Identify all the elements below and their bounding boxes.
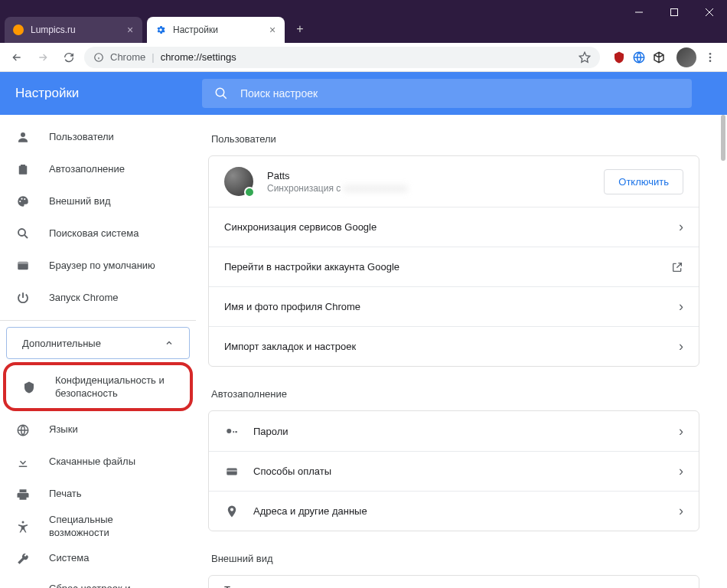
chevron-right-icon: › <box>679 338 683 354</box>
star-icon[interactable] <box>579 51 591 64</box>
globe-ext-icon[interactable] <box>631 49 647 66</box>
info-icon <box>93 52 104 63</box>
palette-icon <box>15 194 31 208</box>
settings-search[interactable] <box>202 79 692 108</box>
window-controls <box>621 0 727 24</box>
close-icon[interactable]: × <box>124 24 136 36</box>
row-passwords[interactable]: Пароли › <box>209 411 699 451</box>
row-sync-services[interactable]: Синхронизация сервисов Google › <box>209 207 699 247</box>
chevron-right-icon: › <box>679 299 683 315</box>
profile-avatar[interactable] <box>676 47 696 67</box>
card-icon <box>224 465 240 479</box>
sidebar-item-system[interactable]: Система <box>0 543 187 575</box>
address-bar[interactable]: Chrome | chrome://settings <box>84 47 600 68</box>
sidebar-item-users[interactable]: Пользователи <box>0 121 187 153</box>
svg-rect-21 <box>18 262 28 264</box>
chevron-right-icon: › <box>679 423 683 439</box>
card-autofill: Пароли › Способы оплаты › Адреса и други… <box>208 410 699 531</box>
svg-point-12 <box>216 88 224 96</box>
sidebar-item-search-engine[interactable]: Поисковая система <box>0 217 187 250</box>
scrollbar[interactable] <box>721 115 725 161</box>
forward-button[interactable] <box>32 47 54 68</box>
sidebar-advanced-toggle[interactable]: Дополнительные <box>6 327 190 359</box>
chevron-right-icon: › <box>679 503 683 519</box>
window-titlebar: Lumpics.ru × Настройки × + <box>0 0 727 43</box>
back-button[interactable] <box>6 47 28 68</box>
cube-ext-icon[interactable] <box>650 49 667 66</box>
shield-icon <box>21 381 37 394</box>
sync-badge-icon <box>244 187 255 198</box>
sidebar-item-downloads[interactable]: Скачанные файлы <box>0 446 187 479</box>
row-themes[interactable]: Темы Открыть Интернет-магазин Chrome <box>209 576 699 588</box>
browser-toolbar: Chrome | chrome://settings <box>0 43 727 72</box>
highlight-annotation: Конфиденциальность и безопасность <box>3 362 193 411</box>
sidebar-item-privacy[interactable]: Конфиденциальность и безопасность <box>6 367 181 408</box>
chevron-right-icon: › <box>679 219 683 235</box>
sidebar-item-startup[interactable]: Запуск Chrome <box>0 282 187 314</box>
search-icon <box>15 227 31 240</box>
svg-point-14 <box>21 132 25 137</box>
globe-icon <box>15 423 31 437</box>
settings-main: Пользователи Patts Синхронизация с xxxxx… <box>196 115 727 588</box>
svg-point-17 <box>24 198 25 200</box>
svg-point-15 <box>19 201 21 202</box>
svg-line-13 <box>223 95 227 99</box>
search-input[interactable] <box>240 87 680 100</box>
svg-point-10 <box>709 56 712 58</box>
svg-rect-26 <box>227 469 237 471</box>
reload-button[interactable] <box>58 47 80 68</box>
row-import-bookmarks[interactable]: Импорт закладок и настроек › <box>209 326 699 366</box>
tab-settings[interactable]: Настройки × <box>147 17 285 43</box>
chevron-right-icon: › <box>679 463 683 479</box>
location-icon <box>224 505 240 518</box>
close-window-button[interactable] <box>692 0 727 24</box>
sidebar-item-appearance[interactable]: Внешний вид <box>0 185 187 217</box>
profile-name: Patts <box>267 170 590 181</box>
svg-point-23 <box>22 521 24 523</box>
settings-sidebar: Пользователи Автозаполнение Внешний вид … <box>0 115 196 588</box>
sidebar-item-print[interactable]: Печать <box>0 479 187 511</box>
sidebar-item-reset[interactable]: Сброс настроек и удаление вредоносного П… <box>0 575 187 588</box>
row-google-account[interactable]: Перейти в настройки аккаунта Google <box>209 247 699 286</box>
svg-line-19 <box>24 235 28 238</box>
row-addresses[interactable]: Адреса и другие данные › <box>209 491 699 531</box>
svg-point-16 <box>21 198 22 200</box>
ublock-icon[interactable] <box>611 49 628 66</box>
disconnect-button[interactable]: Отключить <box>604 169 683 194</box>
new-tab-button[interactable]: + <box>289 18 311 40</box>
browser-icon <box>15 259 31 273</box>
sidebar-item-autofill[interactable]: Автозаполнение <box>0 153 187 185</box>
maximize-button[interactable] <box>657 0 692 24</box>
sidebar-item-accessibility[interactable]: Специальные возможности <box>0 511 187 543</box>
key-icon <box>224 424 240 438</box>
omnibox-url: chrome://settings <box>161 51 236 63</box>
sidebar-item-languages[interactable]: Языки <box>0 414 187 446</box>
svg-point-18 <box>18 229 25 236</box>
power-icon <box>15 291 31 305</box>
menu-button[interactable] <box>699 47 721 68</box>
settings-header: Настройки <box>0 72 727 115</box>
print-icon <box>15 488 31 501</box>
tab-label: Настройки <box>173 24 260 35</box>
sidebar-item-default-browser[interactable]: Браузер по умолчанию <box>0 250 187 282</box>
row-payment[interactable]: Способы оплаты › <box>209 451 699 491</box>
svg-point-11 <box>709 60 712 62</box>
omnibox-protocol: Chrome <box>110 51 145 63</box>
favicon-settings <box>155 24 167 36</box>
section-title-appearance: Внешний вид <box>211 553 699 564</box>
search-icon <box>214 87 228 100</box>
minimize-button[interactable] <box>621 0 657 24</box>
wrench-icon <box>15 552 31 566</box>
profile-sync-status: Синхронизация с xxxxxxxxxxxxxx <box>267 183 590 194</box>
page-title: Настройки <box>15 86 184 101</box>
clipboard-icon <box>15 162 31 176</box>
close-icon[interactable]: × <box>266 24 279 36</box>
svg-rect-2 <box>671 9 678 16</box>
svg-point-24 <box>227 429 231 433</box>
open-external-icon <box>671 261 683 273</box>
tab-lumpics[interactable]: Lumpics.ru × <box>5 17 142 43</box>
person-icon <box>15 130 31 144</box>
row-profile-name-photo[interactable]: Имя и фото профиля Chrome › <box>209 286 699 326</box>
chevron-up-icon <box>165 338 174 348</box>
extensions-area <box>605 47 721 68</box>
